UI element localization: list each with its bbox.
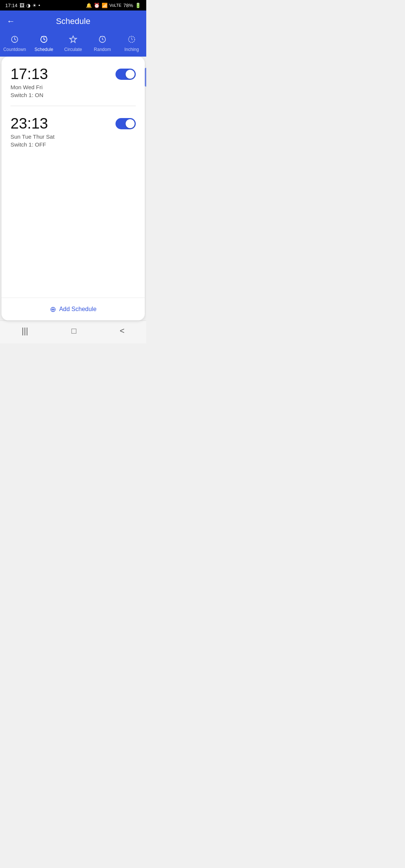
bottom-nav: ||| □ < [0, 320, 146, 343]
brightness-icon: ☀ [32, 3, 37, 8]
svg-line-9 [104, 36, 105, 37]
schedule-time-1: 17:13 [10, 66, 116, 82]
svg-line-2 [42, 36, 42, 37]
countdown-label: Countdown [3, 47, 26, 52]
add-schedule-label: Add Schedule [59, 306, 97, 313]
schedule-days-1: Mon Wed Fri [10, 84, 116, 90]
schedule-item-1[interactable]: 17:13 Mon Wed Fri Switch 1: ON [2, 57, 145, 106]
svg-line-8 [100, 36, 101, 37]
inching-label: Inching [124, 47, 139, 52]
svg-line-7 [102, 39, 104, 40]
tab-bar: Countdown Schedule Circulate [0, 32, 146, 57]
signal-icon: VoLTE [110, 3, 122, 7]
schedule-row-2: 23:13 Sun Tue Thur Sat Switch 1: OFF [10, 115, 136, 148]
status-bar: 17:14 🖼 ◑ ☀ • 🔔 ⏰ 📶 VoLTE 78% 🔋 [0, 0, 146, 10]
schedule-item-2[interactable]: 23:13 Sun Tue Thur Sat Switch 1: OFF [2, 106, 145, 155]
schedule-row-1: 17:13 Mon Wed Fri Switch 1: ON [10, 66, 136, 98]
nav-menu-icon[interactable]: ||| [22, 326, 28, 336]
schedule-time-2: 23:13 [10, 115, 116, 132]
schedule-label: Schedule [34, 47, 53, 52]
tab-inching[interactable]: Inching [117, 35, 146, 52]
schedule-action-1: Switch 1: ON [10, 92, 116, 98]
circle-icon: ◑ [26, 3, 30, 8]
content-card: 17:13 Mon Wed Fri Switch 1: ON 23:13 Sun… [2, 57, 145, 320]
circulate-icon [69, 35, 77, 45]
content-spacer [2, 155, 145, 290]
random-icon [98, 35, 106, 45]
status-bar-right: 🔔 ⏰ 📶 VoLTE 78% 🔋 [86, 3, 141, 8]
schedule-toggle-2[interactable] [116, 118, 136, 129]
card-wrapper: 17:13 Mon Wed Fri Switch 1: ON 23:13 Sun… [0, 57, 146, 320]
schedule-action-2: Switch 1: OFF [10, 141, 116, 148]
nav-home-icon[interactable]: □ [72, 326, 76, 336]
random-label: Random [94, 47, 111, 52]
wifi-icon: 📶 [102, 3, 108, 8]
schedule-icon [40, 35, 48, 45]
nav-back-icon[interactable]: < [120, 326, 124, 336]
battery-level: 78% [123, 3, 133, 8]
add-schedule-button[interactable]: ⊕ Add Schedule [2, 298, 145, 320]
tab-schedule[interactable]: Schedule [29, 35, 58, 52]
header: ← Schedule [0, 10, 146, 32]
status-bar-left: 17:14 🖼 ◑ ☀ • [5, 3, 40, 8]
gallery-icon: 🖼 [20, 3, 24, 8]
svg-line-3 [46, 36, 46, 37]
dot-icon: • [39, 3, 40, 8]
battery-icon: 🔋 [135, 3, 141, 8]
inching-icon [128, 35, 136, 45]
schedule-days-2: Sun Tue Thur Sat [10, 133, 116, 140]
tab-random[interactable]: Random [88, 35, 117, 52]
schedule-toggle-1[interactable] [116, 69, 136, 80]
schedule-info-2: 23:13 Sun Tue Thur Sat Switch 1: OFF [10, 115, 116, 148]
toggle-knob-2 [126, 119, 135, 128]
status-time: 17:14 [5, 3, 18, 8]
back-button[interactable]: ← [7, 16, 15, 26]
tab-countdown[interactable]: Countdown [0, 35, 29, 52]
alarm-icon: ⏰ [94, 3, 100, 8]
tab-circulate[interactable]: Circulate [58, 35, 88, 52]
circulate-label: Circulate [64, 47, 82, 52]
toggle-knob-1 [126, 70, 135, 79]
schedule-info-1: 17:13 Mon Wed Fri Switch 1: ON [10, 66, 116, 98]
battery-alert-icon: 🔔 [86, 3, 92, 8]
countdown-icon [10, 35, 19, 45]
page-title: Schedule [56, 16, 90, 26]
add-schedule-icon: ⊕ [50, 305, 56, 314]
svg-marker-4 [70, 36, 76, 42]
scrollbar-indicator [145, 68, 146, 87]
